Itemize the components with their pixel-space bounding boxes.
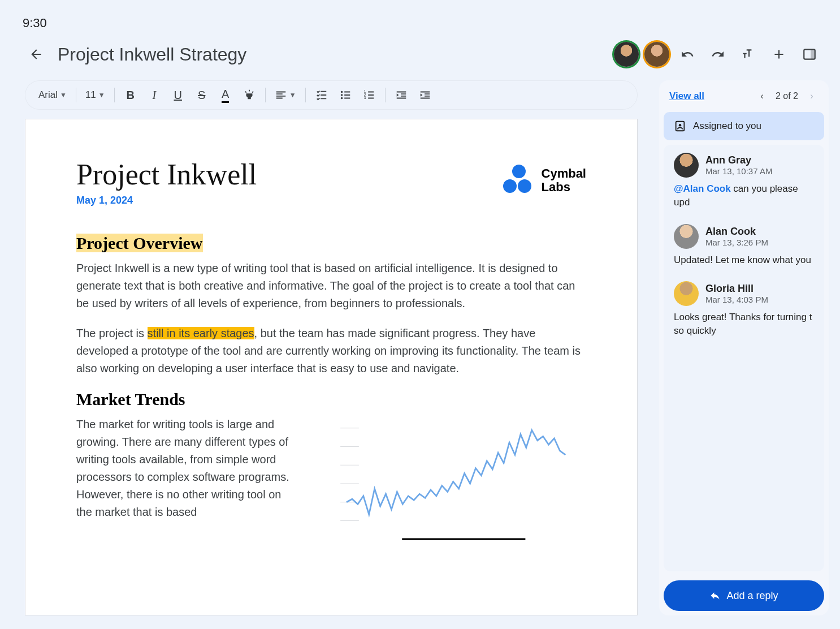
avatar <box>674 224 699 249</box>
redo-icon <box>711 48 725 61</box>
svg-point-16 <box>679 124 682 127</box>
assigned-label: Assigned to you <box>693 120 761 132</box>
collaborator-avatar-2[interactable] <box>644 42 669 67</box>
status-time: 9:30 <box>5 5 835 37</box>
paragraph-1: Project Inkwell is a new type of writing… <box>76 260 586 312</box>
document-page[interactable]: Project Inkwell May 1, 2024 CymbalLabs P… <box>25 119 638 615</box>
underline-button[interactable]: U <box>168 85 188 105</box>
doc-heading: Project Inkwell <box>76 158 257 191</box>
font-size-select[interactable]: 11▼ <box>82 85 109 105</box>
header: Project Inkwell Strategy <box>5 37 835 80</box>
comment-time: Mar 13, 10:37 AM <box>705 166 772 176</box>
text-color-icon: A <box>222 88 229 103</box>
outdent-icon <box>395 89 408 101</box>
paragraph-2: The project is still in its early stages… <box>76 325 586 377</box>
back-button[interactable] <box>25 43 47 66</box>
bold-button[interactable]: B <box>120 85 141 105</box>
separator <box>76 88 76 102</box>
font-family-label: Arial <box>38 89 58 101</box>
separator <box>385 88 386 102</box>
svg-rect-1 <box>811 49 815 59</box>
font-family-select[interactable]: Arial▼ <box>35 85 70 105</box>
comment-body: Looks great! Thanks for turning t so qui… <box>674 311 814 338</box>
bullet-list-icon <box>339 89 352 101</box>
mention[interactable]: @Alan Cook <box>674 183 731 194</box>
insert-button[interactable] <box>767 42 791 67</box>
separator <box>114 88 115 102</box>
document-title[interactable]: Project Inkwell Strategy <box>58 44 614 65</box>
comment-item[interactable]: Gloria Hill Mar 13, 4:03 PM Looks great!… <box>674 281 814 338</box>
logo-text: CymbalLabs <box>542 167 586 194</box>
undo-icon <box>681 48 694 61</box>
align-button[interactable]: ▼ <box>271 85 300 105</box>
comment-pager: ‹ 2 of 2 › <box>755 91 819 101</box>
text-color-button[interactable]: A <box>215 85 236 105</box>
comment-body: Updated! Let me know what you <box>674 253 814 267</box>
text-format-button[interactable] <box>736 42 761 67</box>
checklist-icon <box>315 89 328 101</box>
format-toolbar: Arial▼ 11▼ B I U S A ▼ 123 <box>25 80 638 110</box>
add-reply-button[interactable]: Add a reply <box>664 580 824 611</box>
font-size-label: 11 <box>85 89 96 101</box>
checklist-button[interactable] <box>311 85 332 105</box>
pager-next-button[interactable]: › <box>805 91 819 101</box>
avatar <box>674 281 699 306</box>
assigned-banner[interactable]: Assigned to you <box>664 112 824 140</box>
svg-point-2 <box>340 91 343 93</box>
redo-button[interactable] <box>705 42 730 67</box>
avatar <box>674 153 699 178</box>
collaborator-avatar-1[interactable] <box>614 42 639 67</box>
chevron-down-icon: ▼ <box>60 91 67 99</box>
chevron-down-icon: ▼ <box>98 91 105 99</box>
outdent-button[interactable] <box>391 85 412 105</box>
title-block: Project Inkwell May 1, 2024 <box>76 158 257 234</box>
line-chart-icon <box>304 416 586 552</box>
title-row: Project Inkwell May 1, 2024 CymbalLabs <box>76 158 586 234</box>
main-row: Arial▼ 11▼ B I U S A ▼ 123 <box>5 80 835 615</box>
comment-author: Alan Cook <box>705 226 768 238</box>
pager-counter: 2 of 2 <box>776 91 798 101</box>
strikethrough-button[interactable]: S <box>192 85 212 105</box>
reply-label: Add a reply <box>726 590 778 602</box>
align-left-icon <box>275 89 287 101</box>
comment-time: Mar 13, 3:26 PM <box>705 238 768 247</box>
section-heading-overview: Project Overview <box>76 234 586 253</box>
comments-sidebar: View all ‹ 2 of 2 › Assigned to you Ann … <box>659 80 829 615</box>
comment-item[interactable]: Ann Gray Mar 13, 10:37 AM @Alan Cook can… <box>674 153 814 209</box>
undo-button[interactable] <box>675 42 700 67</box>
pager-prev-button[interactable]: ‹ <box>755 91 769 101</box>
highlight-icon <box>243 89 256 101</box>
app-root: 9:30 Project Inkwell Strategy Arial▼ 11▼… <box>0 0 840 629</box>
bullet-list-button[interactable] <box>335 85 356 105</box>
indent-icon <box>419 89 431 101</box>
plus-icon <box>772 47 786 62</box>
highlighted-text: still in its early stages <box>148 327 254 339</box>
logo-mark-icon <box>503 165 535 196</box>
doc-date: May 1, 2024 <box>76 195 257 206</box>
numbered-list-icon: 123 <box>363 89 375 101</box>
chevron-down-icon: ▼ <box>289 91 296 99</box>
company-logo: CymbalLabs <box>503 165 586 196</box>
numbered-list-button[interactable]: 123 <box>359 85 379 105</box>
separator <box>305 88 306 102</box>
comment-item[interactable]: Alan Cook Mar 13, 3:26 PM Updated! Let m… <box>674 224 814 267</box>
market-trend-chart <box>304 416 586 552</box>
svg-point-3 <box>340 94 343 96</box>
view-all-link[interactable]: View all <box>669 91 704 102</box>
arrow-left-icon <box>29 47 44 62</box>
comment-author: Gloria Hill <box>705 283 768 295</box>
two-column-row: The market for writing tools is large an… <box>76 416 586 552</box>
svg-point-4 <box>340 97 343 100</box>
comment-author: Ann Gray <box>705 154 772 166</box>
comment-time: Mar 13, 4:03 PM <box>705 295 768 304</box>
panel-toggle-button[interactable] <box>797 42 822 67</box>
separator <box>265 88 266 102</box>
highlight-button[interactable] <box>239 85 259 105</box>
header-actions <box>614 42 822 67</box>
section-heading-market: Market Trends <box>76 390 586 409</box>
comment-thread: Ann Gray Mar 13, 10:37 AM @Alan Cook can… <box>664 145 824 571</box>
italic-button[interactable]: I <box>144 85 164 105</box>
assigned-icon <box>674 120 686 132</box>
editor-column: Arial▼ 11▼ B I U S A ▼ 123 <box>11 80 651 615</box>
indent-button[interactable] <box>415 85 435 105</box>
